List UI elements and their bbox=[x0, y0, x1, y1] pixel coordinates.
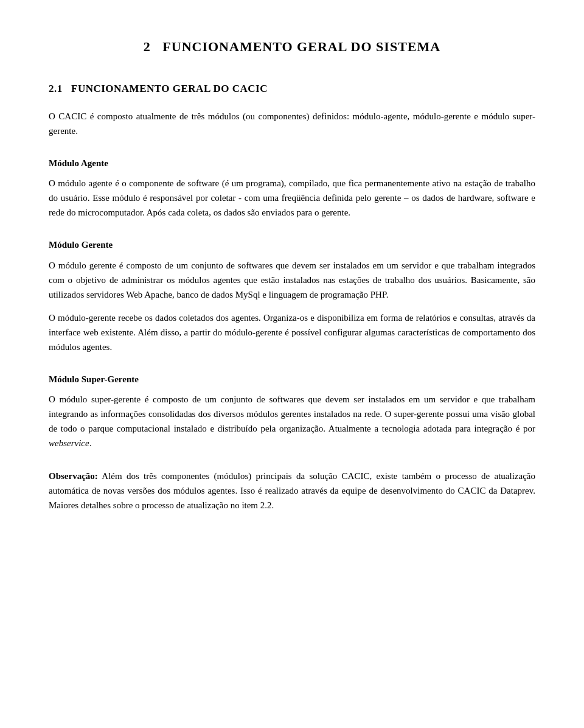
modulo-agente-heading: Módulo Agente bbox=[49, 156, 535, 170]
modulo-super-gerente-text2: . bbox=[89, 438, 92, 448]
modulo-gerente-heading: Módulo Gerente bbox=[49, 238, 535, 252]
modulo-super-gerente-heading: Módulo Super-Gerente bbox=[49, 373, 535, 387]
observacao-block: Observação: Além dos três componentes (m… bbox=[49, 469, 535, 513]
section-intro: O CACIC é composto atualmente de três mó… bbox=[49, 109, 535, 138]
chapter-number: 2 bbox=[144, 39, 151, 54]
modulo-super-gerente-text1: O módulo super-gerente é composto de um … bbox=[49, 394, 535, 433]
modulo-super-gerente-italic: webservice bbox=[49, 438, 89, 448]
observacao-label: Observação: bbox=[49, 471, 98, 481]
modulo-super-gerente-paragraph1: O módulo super-gerente é composto de um … bbox=[49, 392, 535, 450]
observacao-paragraph: Observação: Além dos três componentes (m… bbox=[49, 469, 535, 513]
modulo-gerente-block: Módulo Gerente O módulo gerente é compos… bbox=[49, 238, 535, 354]
section-title: FUNCIONAMENTO GERAL DO CACIC bbox=[71, 83, 268, 94]
observacao-text: Além dos três componentes (módulos) prin… bbox=[49, 471, 535, 510]
chapter-heading: 2 FUNCIONAMENTO GERAL DO SISTEMA bbox=[49, 37, 535, 57]
modulo-gerente-paragraph2: O módulo-gerente recebe os dados coletad… bbox=[49, 310, 535, 354]
chapter-title: FUNCIONAMENTO GERAL DO SISTEMA bbox=[162, 39, 440, 54]
modulo-agente-block: Módulo Agente O módulo agente é o compon… bbox=[49, 156, 535, 220]
modulo-gerente-paragraph1: O módulo gerente é composto de um conjun… bbox=[49, 258, 535, 302]
modulo-agente-paragraph1: O módulo agente é o componente de softwa… bbox=[49, 176, 535, 220]
modulo-super-gerente-block: Módulo Super-Gerente O módulo super-gere… bbox=[49, 373, 535, 451]
section-number: 2.1 bbox=[49, 83, 63, 94]
section-heading: 2.1 FUNCIONAMENTO GERAL DO CACIC bbox=[49, 81, 535, 97]
